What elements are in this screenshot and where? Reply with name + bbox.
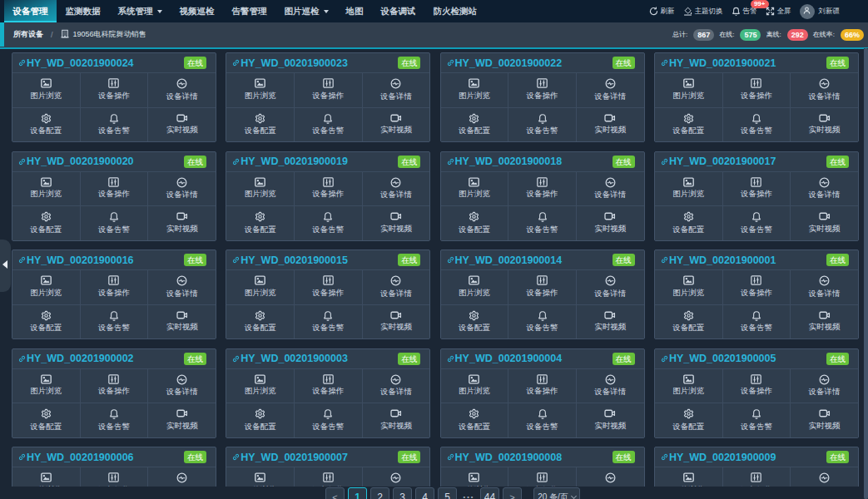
breadcrumb-root[interactable]: 所有设备 bbox=[13, 29, 43, 40]
device-action-details[interactable]: 设备详情 bbox=[791, 73, 858, 107]
refresh-button[interactable]: 刷新 bbox=[649, 7, 675, 17]
device-action-details[interactable]: 设备详情 bbox=[363, 270, 430, 304]
device-action-details[interactable]: 设备详情 bbox=[791, 369, 858, 403]
device-action-bell[interactable]: 设备告警 bbox=[723, 206, 791, 240]
device-action-details[interactable]: 设备详情 bbox=[148, 369, 216, 403]
scrollbar-thumb[interactable] bbox=[864, 48, 868, 499]
device-name-link[interactable]: HY_WD_00201900015 bbox=[232, 254, 348, 266]
device-action-operation[interactable]: 设备操作 bbox=[508, 73, 576, 107]
device-action-operation[interactable]: 设备操作 bbox=[508, 369, 576, 403]
device-action-config[interactable]: 设备配置 bbox=[12, 108, 80, 142]
device-action-picture[interactable]: 图片浏览 bbox=[226, 73, 294, 107]
device-action-bell[interactable]: 设备告警 bbox=[508, 305, 576, 339]
device-action-picture[interactable]: 图片浏览 bbox=[12, 369, 80, 403]
device-action-config[interactable]: 设备配置 bbox=[655, 403, 722, 437]
device-action-bell[interactable]: 设备告警 bbox=[295, 206, 362, 240]
nav-item-9[interactable]: 防火检测站 bbox=[424, 0, 486, 22]
device-name-link[interactable]: HY_WD_00201900022 bbox=[447, 57, 563, 69]
device-action-details[interactable]: 设备详情 bbox=[363, 369, 430, 403]
device-action-video[interactable]: 实时视频 bbox=[363, 108, 430, 142]
device-name-link[interactable]: HY_WD_00201900016 bbox=[18, 254, 134, 266]
nav-item-3[interactable]: 系统管理 bbox=[109, 0, 171, 22]
device-action-details[interactable]: 设备详情 bbox=[577, 73, 644, 107]
device-action-picture[interactable]: 图片浏览 bbox=[12, 172, 80, 206]
device-name-link[interactable]: HY_WD_00201900005 bbox=[661, 353, 776, 364]
nav-item-5[interactable]: 告警管理 bbox=[223, 0, 275, 22]
device-action-config[interactable]: 设备配置 bbox=[226, 305, 294, 339]
device-action-details[interactable]: 设备详情 bbox=[577, 369, 644, 403]
device-action-config[interactable]: 设备配置 bbox=[655, 206, 722, 240]
device-action-details[interactable]: 设备详情 bbox=[791, 270, 858, 304]
device-action-details[interactable]: 设备详情 bbox=[148, 270, 216, 304]
device-action-picture[interactable]: 图片浏览 bbox=[441, 270, 508, 304]
device-name-link[interactable]: HY_WD_00201900021 bbox=[661, 57, 776, 69]
device-action-operation[interactable]: 设备操作 bbox=[723, 270, 791, 304]
device-action-config[interactable]: 设备配置 bbox=[441, 108, 508, 142]
device-action-config[interactable]: 设备配置 bbox=[226, 403, 294, 437]
device-action-operation[interactable]: 设备操作 bbox=[508, 172, 576, 206]
device-action-bell[interactable]: 设备告警 bbox=[508, 108, 576, 142]
device-name-link[interactable]: HY_WD_00201900017 bbox=[661, 156, 776, 167]
alarm-button[interactable]: 告警 99+ bbox=[732, 7, 757, 17]
device-action-video[interactable]: 实时视频 bbox=[791, 206, 858, 240]
fullscreen-button[interactable]: 全屏 bbox=[766, 7, 791, 17]
device-action-details[interactable]: 设备详情 bbox=[363, 73, 430, 107]
device-action-bell[interactable]: 设备告警 bbox=[508, 403, 576, 437]
device-action-operation[interactable]: 设备操作 bbox=[723, 369, 791, 403]
device-action-operation[interactable]: 设备操作 bbox=[295, 369, 362, 403]
device-action-video[interactable]: 实时视频 bbox=[363, 403, 430, 437]
device-action-bell[interactable]: 设备告警 bbox=[723, 305, 791, 339]
device-action-details[interactable]: 设备详情 bbox=[577, 270, 644, 304]
pagination-page-2[interactable]: 2 bbox=[370, 487, 389, 499]
device-action-details[interactable]: 设备详情 bbox=[148, 73, 216, 107]
device-action-operation[interactable]: 设备操作 bbox=[295, 270, 362, 304]
device-name-link[interactable]: HY_WD_00201900003 bbox=[232, 353, 348, 364]
device-name-link[interactable]: HY_WD_00201900006 bbox=[18, 452, 134, 463]
device-action-video[interactable]: 实时视频 bbox=[577, 206, 644, 240]
device-name-link[interactable]: HY_WD_00201900008 bbox=[447, 452, 563, 463]
device-action-config[interactable]: 设备配置 bbox=[12, 403, 80, 437]
device-action-config[interactable]: 设备配置 bbox=[655, 108, 722, 142]
device-action-config[interactable]: 设备配置 bbox=[226, 206, 294, 240]
device-action-picture[interactable]: 图片浏览 bbox=[655, 172, 722, 206]
device-action-picture[interactable]: 图片浏览 bbox=[226, 270, 294, 304]
device-action-bell[interactable]: 设备告警 bbox=[81, 206, 148, 240]
device-action-operation[interactable]: 设备操作 bbox=[508, 270, 576, 304]
device-action-video[interactable]: 实时视频 bbox=[577, 403, 644, 437]
device-action-bell[interactable]: 设备告警 bbox=[508, 206, 576, 240]
device-action-bell[interactable]: 设备告警 bbox=[723, 403, 791, 437]
device-action-operation[interactable]: 设备操作 bbox=[81, 369, 148, 403]
device-action-video[interactable]: 实时视频 bbox=[791, 305, 858, 339]
device-action-video[interactable]: 实时视频 bbox=[363, 206, 430, 240]
device-name-link[interactable]: HY_WD_00201900024 bbox=[18, 57, 134, 69]
device-action-bell[interactable]: 设备告警 bbox=[295, 403, 362, 437]
nav-item-8[interactable]: 设备调试 bbox=[372, 0, 424, 22]
device-action-config[interactable]: 设备配置 bbox=[12, 305, 80, 339]
device-action-bell[interactable]: 设备告警 bbox=[81, 108, 148, 142]
user-menu[interactable]: 刘新疆 bbox=[800, 4, 841, 19]
device-action-operation[interactable]: 设备操作 bbox=[81, 270, 148, 304]
theme-switch-button[interactable]: 主题切换 bbox=[683, 7, 723, 17]
device-name-link[interactable]: HY_WD_00201900002 bbox=[18, 353, 134, 364]
device-action-bell[interactable]: 设备告警 bbox=[295, 305, 362, 339]
device-action-picture[interactable]: 图片浏览 bbox=[441, 369, 508, 403]
device-action-bell[interactable]: 设备告警 bbox=[295, 108, 362, 142]
device-action-details[interactable]: 设备详情 bbox=[148, 172, 216, 206]
device-action-operation[interactable]: 设备操作 bbox=[295, 73, 362, 107]
device-action-picture[interactable]: 图片浏览 bbox=[655, 73, 722, 107]
device-action-config[interactable]: 设备配置 bbox=[655, 305, 722, 339]
device-name-link[interactable]: HY_WD_00201900023 bbox=[232, 57, 348, 69]
device-action-picture[interactable]: 图片浏览 bbox=[441, 172, 508, 206]
scrollbar[interactable] bbox=[864, 48, 868, 499]
device-action-picture[interactable]: 图片浏览 bbox=[441, 73, 508, 107]
device-action-operation[interactable]: 设备操作 bbox=[81, 73, 148, 107]
pagination-next-button[interactable]: > bbox=[503, 487, 522, 499]
device-action-bell[interactable]: 设备告警 bbox=[81, 403, 148, 437]
device-action-config[interactable]: 设备配置 bbox=[441, 206, 508, 240]
device-action-picture[interactable]: 图片浏览 bbox=[655, 369, 722, 403]
page-size-select[interactable]: 20 条/页 bbox=[533, 487, 580, 499]
device-name-link[interactable]: HY_WD_00201900004 bbox=[447, 353, 563, 364]
device-action-video[interactable]: 实时视频 bbox=[577, 108, 644, 142]
pagination-page-4[interactable]: 4 bbox=[415, 487, 434, 499]
device-action-picture[interactable]: 图片浏览 bbox=[12, 73, 80, 107]
